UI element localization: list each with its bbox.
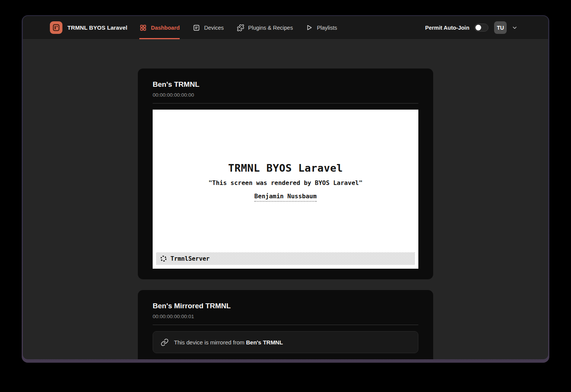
device-card-bens-mirrored-trmnl: Ben's Mirrored TRMNL 00:00:00:00:00:01 T…	[138, 290, 433, 359]
tab-dashboard[interactable]: Dashboard	[139, 16, 180, 39]
toggle-knob	[475, 25, 481, 30]
tab-label: Dashboard	[151, 25, 180, 31]
grid-icon	[139, 24, 147, 32]
nav-tabs: Dashboard Devices	[139, 16, 337, 39]
screen-author: Benjamin Nussbaum	[254, 192, 317, 202]
divider	[153, 325, 418, 325]
puzzle-icon	[237, 24, 244, 32]
spinner-icon	[160, 255, 167, 262]
screen-quote: "This screen was rendered by BYOS Larave…	[209, 179, 363, 187]
chevron-down-icon[interactable]	[512, 25, 518, 31]
device-mac-address: 00:00:00:00:00:00	[153, 92, 418, 98]
plugin-badge-label: TrmnlServer	[171, 255, 210, 262]
user-avatar[interactable]: TU	[494, 21, 507, 34]
screen-title: TRMNL BYOS Laravel	[228, 163, 343, 174]
device-name: Ben's Mirrored TRMNL	[153, 301, 418, 311]
trmnl-logo-icon	[50, 21, 62, 34]
device-card-bens-trmnl: Ben's TRMNL 00:00:00:00:00:00 TRMNL BYOS…	[138, 69, 433, 279]
tab-label: Devices	[204, 25, 224, 31]
nav-right: Permit Auto-Join TU	[425, 16, 518, 39]
divider	[153, 103, 418, 104]
tab-plugins-recipes[interactable]: Plugins & Recipes	[237, 16, 293, 39]
tab-devices[interactable]: Devices	[193, 16, 224, 39]
link-icon	[161, 338, 169, 346]
dashboard-content: Ben's TRMNL 00:00:00:00:00:00 TRMNL BYOS…	[23, 40, 548, 359]
permit-auto-join-label: Permit Auto-Join	[425, 25, 469, 31]
tab-label: Plugins & Recipes	[248, 25, 293, 31]
mirror-notice: This device is mirrored from Ben's TRMNL	[153, 331, 418, 353]
permit-auto-join-toggle[interactable]	[474, 24, 488, 32]
top-navbar: TRMNL BYOS Laravel Dashboard	[23, 16, 548, 40]
eink-screen-preview: TRMNL BYOS Laravel "This screen was rend…	[153, 110, 418, 269]
device-list-icon	[193, 24, 200, 32]
app-window-frame: TRMNL BYOS Laravel Dashboard	[22, 15, 549, 363]
tab-label: Playlists	[317, 25, 337, 31]
app-window: TRMNL BYOS Laravel Dashboard	[23, 16, 548, 359]
brand[interactable]: TRMNL BYOS Laravel	[50, 16, 127, 39]
plugin-badge: TrmnlServer	[156, 252, 415, 265]
app-title: TRMNL BYOS Laravel	[67, 24, 127, 31]
device-name: Ben's TRMNL	[153, 80, 418, 89]
tab-playlists[interactable]: Playlists	[306, 16, 337, 39]
mirror-notice-text: This device is mirrored from Ben's TRMNL	[174, 339, 283, 346]
device-mac-address: 00:00:00:00:00:01	[153, 313, 418, 320]
mirror-source-name: Ben's TRMNL	[246, 339, 283, 346]
play-icon	[306, 24, 313, 31]
